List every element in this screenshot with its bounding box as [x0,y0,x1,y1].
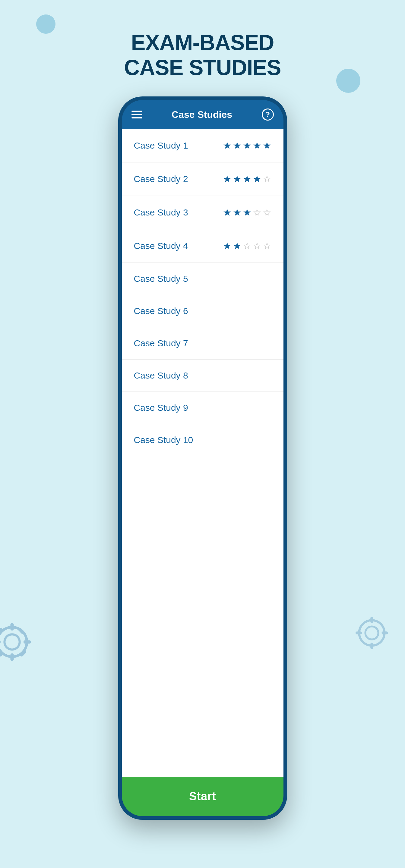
star-2: ★ [233,240,241,252]
phone-footer: Start [122,777,284,816]
star-2: ★ [233,173,241,185]
star-3: ★ [243,207,252,218]
star-5: ☆ [263,173,271,185]
star-5: ☆ [263,207,271,218]
phone-device: Case Studies ? Case Study 1 ★ ★ ★ ★ ★ Ca… [118,96,287,820]
help-button[interactable]: ? [262,108,274,121]
start-button[interactable]: Start [122,777,284,816]
svg-rect-4 [0,640,1,644]
case-study-label: Case Study 5 [134,274,188,284]
phone-header: Case Studies ? [122,100,284,129]
list-item[interactable]: Case Study 10 [122,424,284,456]
svg-rect-3 [10,653,13,661]
star-rating: ★ ★ ★ ★ ★ [223,140,271,151]
case-studies-list: Case Study 1 ★ ★ ★ ★ ★ Case Study 2 ★ ★ … [122,129,284,777]
screen-title: Case Studies [172,109,232,120]
list-item[interactable]: Case Study 3 ★ ★ ★ ☆ ☆ [122,196,284,229]
star-rating: ★ ★ ☆ ☆ ☆ [223,240,271,252]
star-1: ★ [223,140,232,151]
star-5: ☆ [263,240,271,252]
list-item[interactable]: Case Study 4 ★ ★ ☆ ☆ ☆ [122,229,284,263]
case-study-label: Case Study 4 [134,241,188,251]
svg-rect-13 [370,643,373,649]
svg-point-11 [365,626,378,639]
star-rating: ★ ★ ★ ★ ☆ [223,173,271,185]
case-study-label: Case Study 1 [134,141,188,151]
case-study-label: Case Study 8 [134,370,188,381]
star-1: ★ [223,240,232,252]
bg-circle-right [336,69,360,93]
list-item[interactable]: Case Study 2 ★ ★ ★ ★ ☆ [122,162,284,196]
list-item[interactable]: Case Study 9 [122,392,284,424]
star-1: ★ [223,173,232,185]
star-4: ★ [253,140,261,151]
list-item[interactable]: Case Study 1 ★ ★ ★ ★ ★ [122,129,284,162]
bg-gear-right [354,615,390,651]
case-study-label: Case Study 10 [134,435,193,445]
case-study-label: Case Study 3 [134,207,188,218]
star-3: ★ [243,173,252,185]
hamburger-menu[interactable] [132,111,142,119]
svg-point-1 [4,634,20,650]
star-3: ☆ [243,240,252,252]
case-study-label: Case Study 2 [134,174,188,184]
page-title-section: EXAM-BASED CASE STUDIES [0,0,405,80]
case-study-label: Case Study 6 [134,306,188,316]
phone-inner: Case Studies ? Case Study 1 ★ ★ ★ ★ ★ Ca… [122,100,284,816]
star-4: ☆ [253,207,261,218]
star-5: ★ [263,140,271,151]
list-item[interactable]: Case Study 6 [122,295,284,327]
case-study-label: Case Study 7 [134,338,188,348]
star-2: ★ [233,207,241,218]
star-4: ★ [253,173,261,185]
list-item[interactable]: Case Study 7 [122,327,284,360]
list-item[interactable]: Case Study 8 [122,360,284,392]
svg-rect-14 [355,631,362,634]
svg-point-10 [359,620,384,646]
case-study-label: Case Study 9 [134,403,188,413]
list-item[interactable]: Case Study 5 [122,263,284,295]
star-1: ★ [223,207,232,218]
star-3: ★ [243,140,252,151]
star-rating: ★ ★ ★ ☆ ☆ [223,207,271,218]
svg-rect-15 [381,631,388,634]
svg-rect-2 [10,623,13,630]
svg-rect-5 [24,640,31,644]
bg-gear-left [0,621,33,663]
bg-circle-top [36,14,56,34]
star-2: ★ [233,140,241,151]
svg-rect-12 [370,617,373,623]
star-4: ☆ [253,240,261,252]
